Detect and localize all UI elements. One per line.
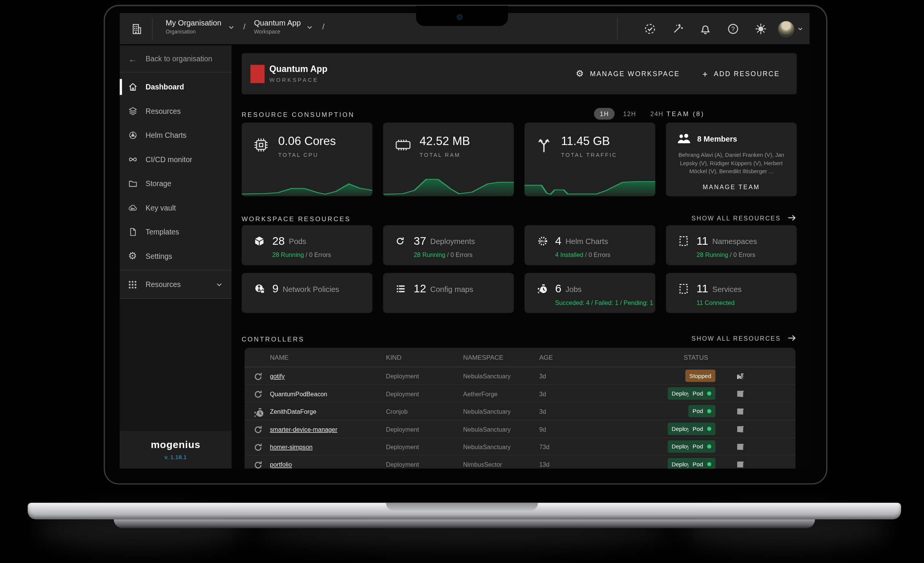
resource-status: Succeded: 4 / Failed: 1 / Pending: 1 — [555, 299, 653, 306]
sidebar-item-helm-charts[interactable]: Helm Charts — [119, 123, 231, 147]
controller-name-link[interactable]: portfolio — [270, 461, 292, 468]
manage-team-button[interactable]: MANAGE TEAM — [666, 183, 797, 191]
org-logo-button[interactable] — [119, 13, 152, 44]
arrow-left-icon: ← — [119, 54, 145, 64]
team-section-label: TEAM (8) — [666, 110, 704, 118]
consumption-card-total-cpu: 0.06 Cores TOTAL CPU — [242, 123, 373, 196]
refresh-icon — [253, 389, 262, 399]
status-badge-pod[interactable]: Pod — [688, 440, 715, 453]
resource-card-deployments[interactable]: 37 Deployments 28 Running / 0 Errors — [383, 225, 514, 265]
status-badge-pod[interactable]: Pod — [688, 405, 715, 418]
resource-card-services[interactable]: 11 Services 11 Connected — [666, 273, 797, 313]
resource-card-config-maps[interactable]: 12 Config maps — [383, 273, 514, 313]
resource-card-helm-charts[interactable]: HELM 4 Helm Charts 4 Installed / 0 Error… — [524, 225, 655, 265]
workspace-color-swatch — [250, 65, 264, 83]
resources-menu-label: Resources — [145, 280, 215, 289]
sidebar-item-label: Storage — [145, 180, 171, 188]
time-range-1h[interactable]: 1H — [594, 108, 615, 120]
status-check-icon[interactable] — [636, 13, 664, 44]
metric-value: 42.52 MB — [420, 134, 470, 148]
resource-label: Config maps — [430, 284, 473, 293]
terminal-button[interactable]: >_ — [737, 461, 743, 468]
add-resource-button[interactable]: + ADD RESOURCE — [703, 53, 780, 94]
breadcrumb-organisation[interactable]: My Organisation Organisation — [166, 18, 221, 35]
table-row[interactable]: smarter-device-manager Deployment Nebula… — [245, 420, 796, 438]
table-row[interactable]: homer-simpson Deployment NebulaSanctuary… — [245, 438, 796, 456]
status-badge-pod[interactable]: Pod — [688, 387, 715, 400]
controller-name-link[interactable]: smarter-device-manager — [270, 426, 337, 433]
sidebar-item-dashboard[interactable]: Dashboard — [119, 75, 231, 99]
sidebar-item-key-vault[interactable]: Key vault — [119, 196, 231, 220]
dashed-square-icon — [678, 234, 691, 247]
resource-count: 9 — [272, 282, 278, 295]
consumption-card-total-ram: 42.52 MB TOTAL RAM — [383, 123, 514, 196]
time-range-24h[interactable]: 24H — [645, 108, 669, 120]
sidebar-item-resources[interactable]: Resources — [119, 99, 231, 123]
metric-label: TOTAL TRAFFIC — [561, 152, 617, 158]
resource-label: Services — [712, 284, 742, 293]
resource-card-pods[interactable]: 28 Pods 28 Running / 0 Errors — [242, 225, 373, 265]
sidebar-item-resources-menu[interactable]: Resources — [119, 270, 231, 299]
chevron-down-icon[interactable] — [797, 25, 804, 32]
sidebar-item-label: Key vault — [145, 204, 176, 212]
terminal-button[interactable]: >_ — [737, 373, 743, 379]
chevron-down-icon[interactable] — [306, 24, 314, 31]
column-header-name: NAME — [270, 354, 288, 361]
resource-count: 4 — [555, 234, 561, 247]
controller-name-link[interactable]: gotify — [270, 373, 285, 380]
status-badge-pod[interactable]: Pod — [688, 458, 715, 469]
table-row[interactable]: portfolio Deployment NimbusSector 13d De… — [245, 456, 796, 469]
controllers-table: NAMEKINDNAMESPACEAGESTATUS gotify Deploy… — [245, 348, 796, 469]
helm-icon — [119, 130, 145, 140]
table-row[interactable]: QuantumPodBeacon Deployment AetherForge … — [245, 385, 796, 402]
sidebar-item-ci-cd-monitor[interactable]: CI/CD monitor — [119, 147, 231, 171]
breadcrumb-separator: / — [244, 22, 246, 31]
metric-label: TOTAL RAM — [420, 152, 470, 158]
show-all-resources-link[interactable]: SHOW ALL RESOURCES — [691, 213, 797, 223]
terminal-button[interactable]: >_ — [737, 426, 743, 432]
terminal-button[interactable]: >_ — [737, 391, 743, 397]
breadcrumb-workspace[interactable]: Quantum App Workspace — [254, 18, 301, 35]
time-range-toggle: 1H12H24H — [594, 108, 672, 120]
sidebar-item-storage[interactable]: Storage — [119, 172, 231, 196]
status-badge-stopped[interactable]: Stopped — [685, 370, 715, 382]
column-header-kind: KIND — [386, 354, 401, 361]
user-avatar[interactable] — [778, 20, 794, 37]
chevron-down-icon[interactable] — [228, 24, 235, 31]
help-icon[interactable]: ? — [719, 13, 747, 44]
notifications-bell-icon[interactable] — [691, 13, 719, 44]
row-actions: ↺>_ — [737, 458, 790, 469]
controller-name-link[interactable]: homer-simpson — [270, 443, 312, 450]
sidebar: ← Back to organisation Dashboard Resourc… — [119, 45, 231, 469]
status-badge-pod[interactable]: Pod — [688, 423, 715, 435]
sidebar-item-label: Helm Charts — [145, 131, 186, 140]
resource-card-network-policies[interactable]: 9 Network Policies — [242, 273, 373, 313]
controller-name-link[interactable]: QuantumPodBeacon — [270, 390, 327, 397]
time-range-12h[interactable]: 12H — [617, 108, 642, 120]
sidebar-item-templates[interactable]: Templates — [119, 220, 231, 244]
topbar-icon-group: ? — [636, 13, 810, 44]
terminal-button[interactable]: >_ — [737, 408, 743, 415]
workspace-subtitle: WORKSPACE — [269, 77, 319, 83]
show-all-resources-link[interactable]: SHOW ALL RESOURCES — [691, 333, 797, 343]
layers-icon — [119, 106, 145, 116]
controller-name-link[interactable]: ZenithDataForge — [270, 408, 316, 415]
sidebar-footer: mogenius v. 1.18.1 — [119, 431, 231, 469]
back-to-organisation-button[interactable]: ← Back to organisation — [119, 45, 231, 72]
resource-card-jobs[interactable]: 6 Jobs Succeded: 4 / Failed: 1 / Pending… — [524, 273, 655, 313]
manage-workspace-button[interactable]: ⚙ MANAGE WORKSPACE — [576, 53, 680, 94]
controller-kind: Deployment — [386, 461, 419, 468]
team-member-names: Behrang Alavi (A), Daniel Franken (V), J… — [673, 151, 790, 175]
resource-card-namespaces[interactable]: 11 Namespaces 28 Running / 0 Errors — [666, 225, 797, 265]
row-actions: ▶↺>_ — [737, 370, 790, 383]
terminal-button[interactable]: >_ — [737, 443, 743, 450]
theme-sun-icon[interactable] — [747, 13, 774, 44]
team-members-count: 8 Members — [697, 134, 737, 143]
controller-age: 3d — [539, 408, 546, 415]
wand-icon[interactable] — [664, 13, 691, 44]
table-row[interactable]: gotify Deployment NebulaSanctuary 3d Sto… — [245, 367, 796, 385]
controller-age: 13d — [539, 461, 550, 468]
sidebar-item-settings[interactable]: ⚙ Settings — [119, 244, 231, 268]
table-row[interactable]: ZenithDataForge Cronjob NebulaSanctuary … — [245, 403, 796, 420]
arrow-right-icon — [787, 213, 797, 223]
